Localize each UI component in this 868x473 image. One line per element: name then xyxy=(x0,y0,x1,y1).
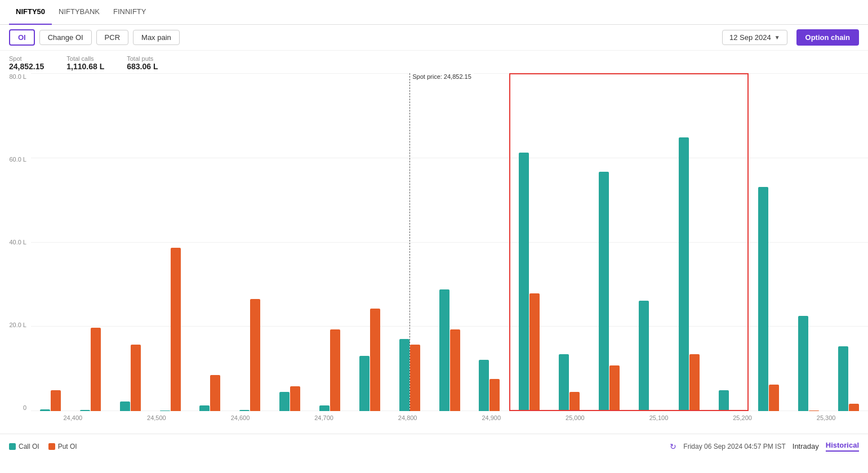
call-bar xyxy=(479,360,489,411)
bar-group xyxy=(151,248,190,411)
historical-button[interactable]: Historical xyxy=(826,441,859,452)
put-bar xyxy=(330,329,340,411)
put-bar xyxy=(769,385,779,411)
y-axis-label: 60.0 L xyxy=(0,156,31,163)
chart-area: 80.0 L60.0 L40.0 L20.0 L0 24,40024,50024… xyxy=(0,73,868,434)
x-axis-label: 25,300 xyxy=(784,414,868,421)
put-bar xyxy=(689,354,700,411)
bar-group xyxy=(829,346,868,411)
call-bar xyxy=(359,356,370,411)
put-oi-color xyxy=(48,443,55,450)
tab-nifty50[interactable]: NIFTY50 xyxy=(9,0,52,25)
call-oi-color xyxy=(9,443,16,450)
bar-group xyxy=(111,345,150,411)
bar-group xyxy=(71,328,110,412)
bar-group xyxy=(430,289,469,411)
call-bar xyxy=(519,153,529,411)
x-axis-label: 24,900 xyxy=(449,414,533,421)
bar-group xyxy=(590,172,629,411)
total-puts-value: 683.06 L xyxy=(127,62,158,71)
bar-group xyxy=(510,153,549,411)
put-bar xyxy=(171,248,181,411)
put-bar xyxy=(609,365,620,411)
call-bar xyxy=(798,316,808,411)
y-axis-labels: 80.0 L60.0 L40.0 L20.0 L0 xyxy=(0,73,31,411)
bar-group xyxy=(350,309,389,411)
call-bar xyxy=(719,390,729,411)
bar-group xyxy=(710,390,749,411)
call-bar xyxy=(279,392,290,411)
call-bar xyxy=(758,187,768,411)
put-bar xyxy=(450,329,460,411)
put-bar xyxy=(370,309,380,411)
bar-group xyxy=(630,301,669,411)
bar-group xyxy=(31,390,70,411)
date-label: 12 Sep 2024 xyxy=(729,33,771,42)
put-oi-label: Put OI xyxy=(58,443,77,450)
y-axis-label: 40.0 L xyxy=(0,239,31,246)
refresh-icon[interactable]: ↻ xyxy=(670,442,676,451)
oi-button[interactable]: OI xyxy=(9,29,35,46)
put-bar xyxy=(410,345,420,411)
spot-stat: Spot 24,852.15 xyxy=(9,55,44,71)
call-bar xyxy=(399,339,409,411)
bar-group xyxy=(550,354,589,411)
intraday-button[interactable]: Intraday xyxy=(793,442,819,450)
call-bar xyxy=(319,405,330,411)
x-axis-label: 24,500 xyxy=(115,414,199,421)
x-axis-label: 24,700 xyxy=(282,414,366,421)
y-axis-label: 80.0 L xyxy=(0,73,31,80)
pcr-button[interactable]: PCR xyxy=(96,30,128,45)
call-bar xyxy=(679,137,689,411)
put-bar xyxy=(51,390,61,411)
put-bar xyxy=(250,299,260,411)
call-bar xyxy=(838,346,848,411)
put-bar xyxy=(91,328,101,412)
bar-group xyxy=(310,329,349,411)
spot-price-line: Spot price: 24,852.15 xyxy=(409,73,410,411)
toolbar: OI Change OI PCR Max pain 12 Sep 2024 ▼ … xyxy=(0,25,868,51)
bar-group xyxy=(789,316,828,411)
bar-group xyxy=(749,187,788,411)
put-bar xyxy=(529,293,540,411)
stats-row: Spot 24,852.15 Total calls 1,110.68 L To… xyxy=(0,51,868,73)
top-nav: NIFTY50 NIFTYBANK FINNIFTY xyxy=(0,0,868,25)
total-calls-label: Total calls xyxy=(66,55,104,62)
footer-right: ↻ Friday 06 Sep 2024 04:57 PM IST Intrad… xyxy=(670,441,859,452)
change-oi-button[interactable]: Change OI xyxy=(39,30,92,45)
date-selector[interactable]: 12 Sep 2024 ▼ xyxy=(722,30,787,45)
put-bar xyxy=(131,345,141,411)
x-axis-label: 24,600 xyxy=(198,414,282,421)
bar-group xyxy=(470,360,509,411)
total-puts-label: Total puts xyxy=(127,55,158,62)
footer: Call OI Put OI ↻ Friday 06 Sep 2024 04:5… xyxy=(0,434,868,458)
x-axis-label: 24,800 xyxy=(366,414,449,421)
y-axis-label: 20.0 L xyxy=(0,322,31,328)
spot-price-label: Spot price: 24,852.15 xyxy=(410,72,474,81)
tab-finnifty[interactable]: FINNIFTY xyxy=(106,0,153,25)
call-bar xyxy=(639,301,649,411)
timestamp: Friday 06 Sep 2024 04:57 PM IST xyxy=(683,443,785,450)
bar-group xyxy=(670,137,709,411)
bars-area xyxy=(31,73,868,411)
call-bar xyxy=(199,405,210,411)
total-calls-value: 1,110.68 L xyxy=(66,62,104,71)
tab-niftybank[interactable]: NIFTYBANK xyxy=(52,0,106,25)
x-axis-label: 25,200 xyxy=(701,414,785,421)
max-pain-button[interactable]: Max pain xyxy=(133,30,180,45)
call-bar xyxy=(559,354,569,411)
call-bar xyxy=(439,289,449,411)
put-bar xyxy=(210,375,220,411)
x-axis-label: 25,100 xyxy=(617,414,701,421)
call-bar xyxy=(599,172,609,411)
put-bar xyxy=(569,392,580,411)
spot-label: Spot xyxy=(9,55,44,62)
chevron-down-icon: ▼ xyxy=(774,34,780,41)
bar-group xyxy=(190,375,229,411)
x-axis-label: 24,400 xyxy=(31,414,115,421)
bar-group xyxy=(270,386,309,411)
y-axis-label: 0 xyxy=(0,404,31,411)
call-oi-legend: Call OI xyxy=(9,443,39,450)
option-chain-button[interactable]: Option chain xyxy=(796,29,859,46)
spot-value: 24,852.15 xyxy=(9,62,44,71)
